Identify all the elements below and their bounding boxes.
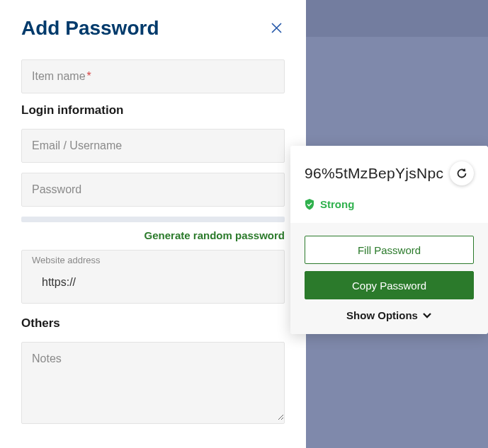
close-icon <box>271 23 282 33</box>
password-field-wrap <box>21 173 285 207</box>
dialog-header: Add Password <box>21 17 285 40</box>
refresh-icon <box>456 168 467 179</box>
email-field[interactable] <box>22 130 284 162</box>
shield-icon <box>305 199 314 210</box>
notes-field[interactable] <box>22 343 284 420</box>
strength-label: Strong <box>320 198 354 210</box>
website-field[interactable] <box>32 266 274 299</box>
item-name-label: Item name* <box>22 70 91 83</box>
item-name-field[interactable]: Item name* <box>21 59 285 93</box>
website-field-wrap: Website address <box>21 250 285 304</box>
password-generator-popup: 96%5tMzBepYjsNpc Strong Fill Password Co… <box>290 146 488 334</box>
login-info-heading: Login information <box>21 103 285 117</box>
show-options-label: Show Options <box>346 309 418 321</box>
generated-password-row: 96%5tMzBepYjsNpc <box>305 161 474 185</box>
website-label: Website address <box>32 255 274 265</box>
generate-password-link[interactable]: Generate random password <box>21 229 285 241</box>
dialog-title: Add Password <box>21 17 159 40</box>
add-password-form: Add Password Item name* Login informatio… <box>0 0 306 448</box>
others-heading: Others <box>21 316 285 331</box>
strength-indicator: Strong <box>305 198 474 210</box>
generator-actions: Fill Password Copy Password Show Options <box>290 223 488 334</box>
generator-top: 96%5tMzBepYjsNpc Strong <box>290 146 488 223</box>
notes-field-wrap <box>21 342 285 424</box>
copy-password-button[interactable]: Copy Password <box>305 271 474 299</box>
email-field-wrap <box>21 129 285 163</box>
show-options-toggle[interactable]: Show Options <box>305 306 474 324</box>
fill-password-button[interactable]: Fill Password <box>305 236 474 264</box>
password-strength-meter <box>21 217 285 222</box>
modal-backdrop-header <box>306 0 488 37</box>
close-button[interactable] <box>268 20 285 36</box>
required-indicator: * <box>87 70 91 82</box>
generated-password: 96%5tMzBepYjsNpc <box>305 165 443 182</box>
chevron-down-icon <box>422 312 432 319</box>
password-field[interactable] <box>22 173 284 206</box>
regenerate-button[interactable] <box>450 161 474 185</box>
